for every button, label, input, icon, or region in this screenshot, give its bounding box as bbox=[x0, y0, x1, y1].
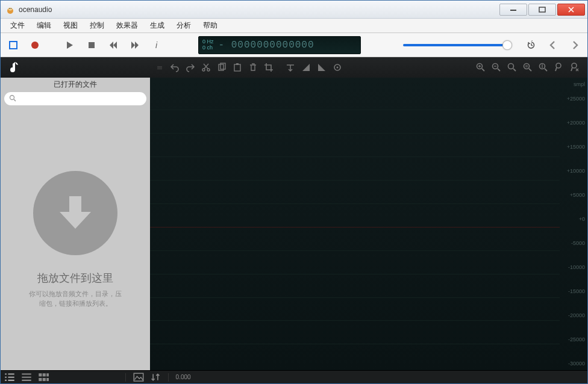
maximize-button[interactable] bbox=[528, 4, 556, 16]
copy-button[interactable] bbox=[214, 60, 229, 75]
tick: +15000 bbox=[560, 144, 585, 150]
undo-button[interactable] bbox=[167, 60, 182, 75]
svg-point-19 bbox=[508, 64, 514, 69]
tick: -10000 bbox=[560, 264, 585, 270]
tick: -25000 bbox=[560, 336, 585, 342]
app-icon bbox=[5, 5, 15, 14]
minimize-button[interactable] bbox=[499, 4, 527, 16]
svg-rect-30 bbox=[43, 378, 46, 381]
loop-button[interactable] bbox=[330, 60, 345, 75]
close-button[interactable] bbox=[557, 4, 585, 16]
svg-rect-28 bbox=[46, 373, 49, 376]
menu-generate[interactable]: 生成 bbox=[144, 19, 170, 33]
cut-button[interactable] bbox=[199, 60, 213, 75]
drop-zone[interactable]: 拖放文件到这里 你可以拖放音频文件，目录，压 缩包，链接和播放列表。 bbox=[1, 109, 150, 370]
menubar: 文件 编辑 视图 控制 效果器 生成 分析 帮助 bbox=[1, 19, 587, 33]
menu-view[interactable]: 视图 bbox=[57, 19, 84, 33]
main-area: 已打开的文件 拖放文件到这里 你可以拖放音频文件，目录，压 缩包，链接和播放列表… bbox=[1, 78, 587, 370]
nav-back-button[interactable] bbox=[546, 39, 560, 52]
marker-add-button[interactable] bbox=[552, 60, 566, 75]
zoom-vertical-button[interactable] bbox=[536, 60, 551, 75]
svg-rect-5 bbox=[539, 7, 545, 12]
statusbar: 0.000 bbox=[1, 370, 587, 383]
svg-point-1 bbox=[8, 7, 12, 10]
stop-button[interactable] bbox=[85, 39, 98, 52]
drop-sub-1: 你可以拖放音频文件，目录，压 bbox=[29, 289, 122, 299]
record-button[interactable] bbox=[28, 39, 42, 52]
tick: +25000 bbox=[560, 96, 585, 102]
lcd-display: 0 Hz 0 ch - 0000000000000 bbox=[198, 36, 361, 54]
menu-edit[interactable]: 编辑 bbox=[31, 19, 57, 33]
view-list-button[interactable] bbox=[4, 373, 15, 382]
search-input[interactable] bbox=[19, 94, 142, 103]
tick: +5000 bbox=[560, 192, 585, 198]
svg-point-3 bbox=[11, 8, 12, 9]
lcd-time: - 0000000000000 bbox=[219, 40, 314, 51]
edit-toolbar bbox=[1, 57, 587, 78]
lcd-ch: 0 ch bbox=[202, 45, 214, 51]
app-window: ocenaudio 文件 编辑 视图 控制 效果器 生成 分析 帮助 i 0 H… bbox=[0, 0, 588, 384]
history-button[interactable] bbox=[525, 39, 538, 52]
menu-analyze[interactable]: 分析 bbox=[170, 19, 197, 33]
zoom-selection-button[interactable] bbox=[521, 60, 535, 75]
nav-forward-button[interactable] bbox=[568, 39, 581, 52]
image-view-button[interactable] bbox=[133, 373, 144, 382]
svg-rect-6 bbox=[10, 42, 17, 49]
zero-line bbox=[150, 227, 560, 228]
window-controls bbox=[498, 4, 585, 16]
svg-point-25 bbox=[10, 96, 14, 100]
view-grid-button[interactable] bbox=[38, 373, 49, 382]
logo-icon bbox=[5, 60, 21, 75]
svg-text:i: i bbox=[155, 40, 158, 50]
amplitude-ruler: smpl +25000 +20000 +15000 +10000 +5000 +… bbox=[560, 92, 587, 370]
svg-point-10 bbox=[207, 69, 210, 71]
tick: -30000 bbox=[560, 361, 585, 367]
play-button[interactable] bbox=[63, 39, 77, 52]
redo-button[interactable] bbox=[183, 60, 198, 75]
titlebar: ocenaudio bbox=[1, 1, 587, 19]
svg-rect-7 bbox=[89, 42, 95, 48]
zoom-in-button[interactable] bbox=[474, 60, 488, 75]
tick: +10000 bbox=[560, 168, 585, 174]
waveform-view[interactable]: smpl +25000 +20000 +15000 +10000 +5000 +… bbox=[150, 78, 587, 370]
sidebar-search[interactable] bbox=[4, 92, 146, 105]
rewind-button[interactable] bbox=[107, 39, 120, 52]
tick: -20000 bbox=[560, 312, 585, 318]
menu-help[interactable]: 帮助 bbox=[197, 19, 224, 33]
fade-in-button[interactable] bbox=[299, 60, 313, 75]
grip-icon bbox=[157, 66, 162, 69]
search-icon bbox=[9, 93, 19, 104]
view-lines-button[interactable] bbox=[21, 373, 32, 382]
sort-button[interactable] bbox=[150, 373, 161, 382]
svg-point-23 bbox=[556, 63, 561, 68]
position-readout: 0.000 bbox=[176, 374, 200, 380]
drop-heading: 拖放文件到这里 bbox=[37, 271, 113, 285]
forward-button[interactable] bbox=[128, 39, 142, 52]
volume-slider[interactable] bbox=[403, 44, 511, 46]
menu-control[interactable]: 控制 bbox=[84, 19, 110, 33]
menu-effects[interactable]: 效果器 bbox=[110, 19, 144, 33]
zoom-out-button[interactable] bbox=[489, 60, 504, 75]
svg-rect-31 bbox=[46, 378, 49, 381]
svg-rect-14 bbox=[236, 63, 239, 65]
zoom-fit-button[interactable] bbox=[505, 60, 519, 75]
svg-point-9 bbox=[202, 69, 205, 71]
ruler-unit: smpl bbox=[574, 81, 585, 87]
crop-button[interactable] bbox=[261, 60, 276, 75]
marker-remove-button[interactable] bbox=[568, 60, 582, 75]
svg-point-24 bbox=[572, 63, 577, 68]
stop-marker-button[interactable] bbox=[7, 39, 20, 52]
paste-button[interactable] bbox=[230, 60, 245, 75]
window-title: ocenaudio bbox=[19, 5, 498, 14]
info-button[interactable]: i bbox=[150, 39, 163, 52]
menu-file[interactable]: 文件 bbox=[4, 19, 31, 33]
delete-button[interactable] bbox=[246, 60, 260, 75]
tick: +20000 bbox=[560, 120, 585, 126]
slider-thumb[interactable] bbox=[502, 40, 512, 50]
svg-rect-32 bbox=[134, 373, 143, 381]
tick: +0 bbox=[560, 216, 585, 222]
fade-out-button[interactable] bbox=[314, 60, 329, 75]
normalize-button[interactable] bbox=[283, 60, 298, 75]
svg-rect-4 bbox=[510, 10, 516, 11]
svg-rect-27 bbox=[43, 373, 46, 376]
